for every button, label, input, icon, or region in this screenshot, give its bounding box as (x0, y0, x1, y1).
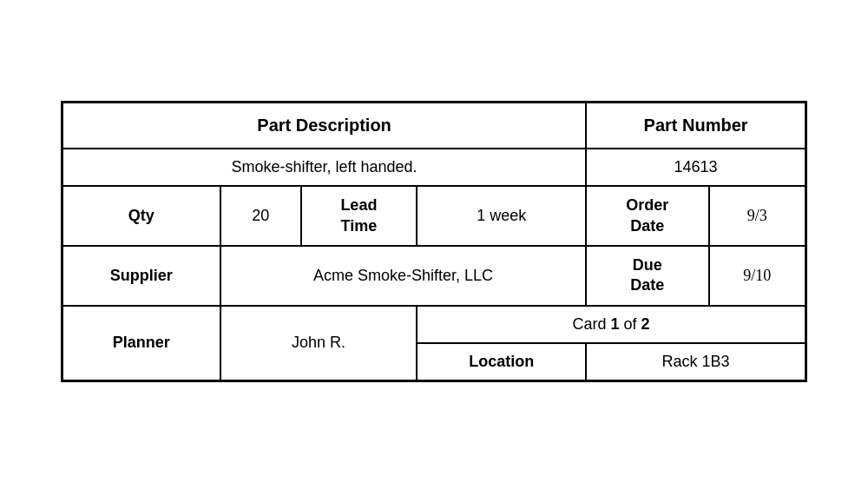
part-description-value: Smoke-shifter, left handed. (62, 149, 587, 186)
order-date-label: OrderDate (586, 186, 708, 246)
qty-value: 20 (220, 186, 301, 246)
kanban-card: Part Description Part Number Smoke-shift… (61, 101, 807, 382)
due-date-label: DueDate (586, 246, 708, 306)
location-value: Rack 1B3 (586, 343, 806, 381)
card-total: 2 (641, 315, 650, 333)
qty-label: Qty (62, 186, 220, 246)
order-date-value: 9/3 (709, 186, 806, 246)
card-of-row: Card 1 of 2 (417, 306, 806, 343)
supplier-label: Supplier (62, 246, 220, 306)
part-number-header: Part Number (586, 103, 806, 149)
planner-label: Planner (62, 306, 220, 381)
part-description-header: Part Description (62, 103, 587, 149)
part-number-value: 14613 (586, 149, 806, 186)
card-number: 1 (611, 315, 620, 333)
card-of-text: of (620, 315, 641, 333)
supplier-value: Acme Smoke-Shifter, LLC (220, 246, 586, 306)
lead-time-label: LeadTime (301, 186, 418, 246)
planner-value: John R. (220, 306, 417, 381)
location-label: Location (417, 343, 586, 381)
lead-time-value: 1 week (417, 186, 586, 246)
card-label-pre: Card (573, 315, 611, 333)
due-date-value: 9/10 (709, 246, 806, 306)
